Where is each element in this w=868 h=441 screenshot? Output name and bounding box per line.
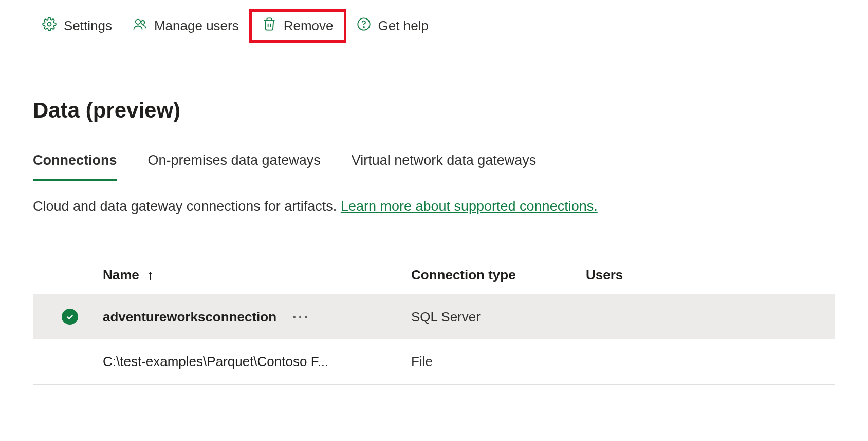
connection-type-value: SQL Server — [403, 294, 578, 339]
trash-icon — [262, 17, 276, 35]
connections-table: Name ↑ Connection type Users — [0, 256, 868, 385]
table-row[interactable]: adventureworksconnection ··· SQL Server — [33, 294, 835, 339]
svg-point-6 — [363, 27, 364, 28]
connection-name: adventureworksconnection — [103, 309, 276, 324]
page-description: Cloud and data gateway connections for a… — [0, 181, 868, 215]
users-value — [578, 339, 835, 385]
tab-connections[interactable]: Connections — [33, 152, 117, 181]
manage-users-label: Manage users — [154, 18, 239, 34]
tab-virtual-network-gateways[interactable]: Virtual network data gateways — [352, 152, 537, 181]
more-options-icon[interactable]: ··· — [292, 309, 310, 324]
remove-button[interactable]: Remove — [249, 9, 346, 43]
col-status — [33, 256, 95, 294]
description-text: Cloud and data gateway connections for a… — [33, 199, 341, 214]
remove-label: Remove — [284, 18, 334, 34]
svg-point-2 — [141, 21, 144, 24]
table-row[interactable]: C:\test-examples\Parquet\Contoso F... Fi… — [33, 339, 835, 385]
col-connection-type[interactable]: Connection type — [403, 256, 578, 294]
get-help-label: Get help — [378, 18, 429, 34]
manage-users-button[interactable]: Manage users — [122, 12, 249, 40]
settings-label: Settings — [64, 18, 112, 34]
gear-icon — [42, 17, 57, 35]
col-name-label: Name — [103, 267, 139, 282]
learn-more-link[interactable]: Learn more about supported connections. — [341, 199, 598, 214]
connection-type-value: File — [403, 339, 578, 385]
check-circle-icon — [62, 309, 78, 325]
svg-point-1 — [136, 20, 140, 24]
toolbar: Settings Manage users — [0, 0, 868, 52]
col-users[interactable]: Users — [578, 256, 835, 294]
tabs: Connections On-premises data gateways Vi… — [0, 138, 868, 181]
people-icon — [133, 17, 147, 35]
sort-ascending-icon: ↑ — [147, 267, 154, 282]
settings-button[interactable]: Settings — [32, 12, 122, 40]
get-help-button[interactable]: Get help — [346, 12, 439, 40]
tab-on-premises-gateways[interactable]: On-premises data gateways — [148, 152, 321, 181]
connection-name: C:\test-examples\Parquet\Contoso F... — [103, 354, 328, 369]
users-value — [578, 294, 835, 339]
col-name[interactable]: Name ↑ — [95, 256, 403, 294]
svg-point-0 — [48, 23, 51, 26]
help-icon — [357, 17, 371, 35]
page-title: Data (preview) — [0, 52, 868, 138]
